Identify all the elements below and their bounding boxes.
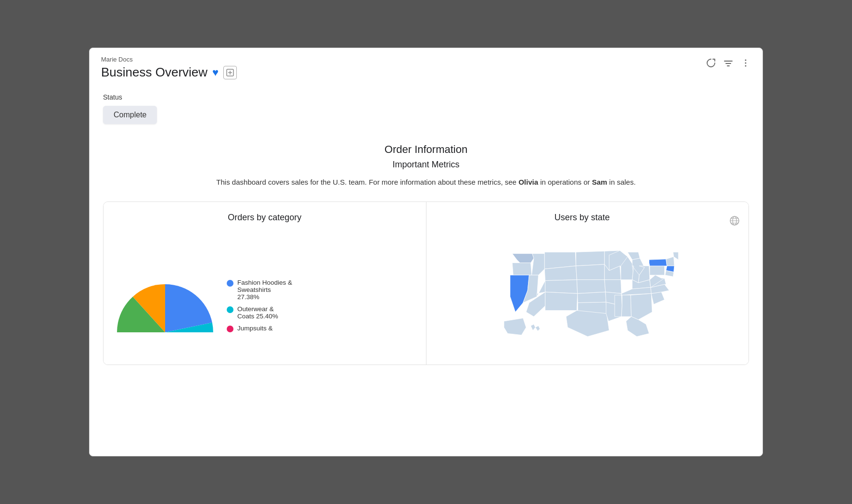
- contact1: Olivia: [518, 178, 538, 186]
- users-by-state-panel: Users by state: [426, 202, 749, 365]
- desc-prefix: This dashboard covers sales for the U.S.…: [216, 178, 518, 186]
- legend-label-outerwear: Outerwear &Coats 25.40%: [237, 305, 278, 320]
- legend-dot-outerwear: [227, 306, 233, 313]
- svg-point-6: [745, 60, 747, 61]
- us-map-svg: [435, 235, 740, 346]
- legend-item-fashion: Fashion Hoodies &Sweatshirts27.38%: [227, 279, 292, 301]
- charts-row: Orders by category: [103, 202, 749, 365]
- desc-suffix: in sales.: [607, 178, 635, 186]
- us-map: [435, 235, 740, 346]
- filter-icon[interactable]: [723, 58, 734, 68]
- users-chart-title: Users by state: [435, 213, 730, 223]
- important-metrics-title: Important Metrics: [103, 160, 749, 170]
- map-panel-header: Users by state: [435, 213, 740, 231]
- orders-chart-title: Orders by category: [112, 213, 417, 223]
- legend-item-outerwear: Outerwear &Coats 25.40%: [227, 305, 292, 320]
- section-center: Order Information Important Metrics This…: [103, 143, 749, 188]
- desc-mid: in operations or: [538, 178, 592, 186]
- refresh-icon[interactable]: [706, 58, 716, 68]
- svg-point-8: [745, 65, 747, 67]
- orders-chart-content: Fashion Hoodies &Sweatshirts27.38% Outer…: [112, 231, 417, 332]
- header-actions: [706, 58, 751, 68]
- legend-item-jumpsuits: Jumpsuits &: [227, 325, 292, 332]
- legend-dot-fashion: [227, 280, 233, 287]
- main-content: Status Complete Order Information Import…: [90, 84, 762, 456]
- status-label: Status: [103, 93, 749, 101]
- breadcrumb: Marie Docs: [101, 56, 751, 63]
- pie-chart: [112, 231, 218, 332]
- contact2: Sam: [592, 178, 607, 186]
- app-window: Marie Docs Business Overview ♥: [89, 48, 763, 456]
- globe-icon[interactable]: [729, 215, 740, 228]
- add-page-icon[interactable]: [223, 66, 237, 79]
- legend-label-fashion: Fashion Hoodies &Sweatshirts27.38%: [237, 279, 292, 301]
- legend-dot-jumpsuits: [227, 326, 233, 332]
- orders-by-category-panel: Orders by category: [103, 202, 426, 365]
- heart-icon[interactable]: ♥: [212, 66, 219, 79]
- title-row: Business Overview ♥: [101, 65, 751, 80]
- more-icon[interactable]: [740, 58, 751, 68]
- status-button[interactable]: Complete: [103, 106, 157, 124]
- pie-legend: Fashion Hoodies &Sweatshirts27.38% Outer…: [227, 279, 292, 332]
- legend-label-jumpsuits: Jumpsuits &: [237, 325, 273, 332]
- order-info-title: Order Information: [103, 143, 749, 156]
- page-title: Business Overview: [101, 65, 207, 80]
- section-description: This dashboard covers sales for the U.S.…: [209, 176, 643, 188]
- svg-point-7: [745, 63, 747, 64]
- header: Marie Docs Business Overview ♥: [90, 48, 762, 84]
